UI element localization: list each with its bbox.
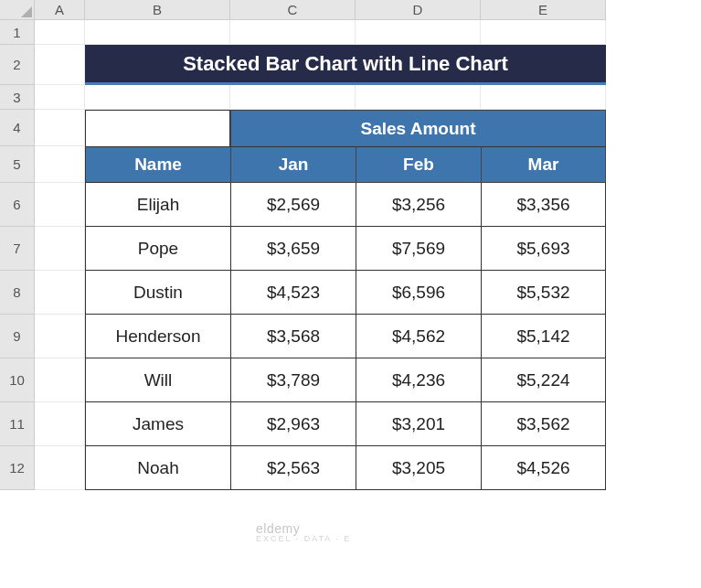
cell[interactable] <box>35 183 85 227</box>
jan-cell[interactable]: $2,563 <box>230 446 356 490</box>
row-head-11[interactable]: 11 <box>0 402 35 446</box>
cell[interactable] <box>481 20 606 45</box>
name-cell[interactable]: Pope <box>85 227 230 271</box>
feb-cell[interactable]: $3,256 <box>356 183 481 227</box>
sales-amount-header[interactable]: Sales Amount <box>230 110 606 146</box>
cell[interactable] <box>230 85 356 110</box>
cell[interactable] <box>85 20 230 45</box>
watermark-tagline: EXCEL · DATA · E <box>256 534 351 543</box>
cell[interactable] <box>230 20 356 45</box>
row-head-5[interactable]: 5 <box>0 146 35 183</box>
watermark-brand: eldemy <box>256 521 351 536</box>
name-header[interactable]: Name <box>85 146 230 183</box>
watermark: eldemy EXCEL · DATA · E <box>256 521 351 543</box>
row-head-6[interactable]: 6 <box>0 183 35 227</box>
col-head-e[interactable]: E <box>481 0 606 20</box>
name-cell[interactable]: Elijah <box>85 183 230 227</box>
feb-cell[interactable]: $3,205 <box>356 446 481 490</box>
mar-header[interactable]: Mar <box>481 146 606 183</box>
jan-cell[interactable]: $3,568 <box>230 315 356 358</box>
cell[interactable] <box>481 85 606 110</box>
feb-cell[interactable]: $7,569 <box>356 227 481 271</box>
feb-cell[interactable]: $4,562 <box>356 315 481 358</box>
row-head-12[interactable]: 12 <box>0 446 35 490</box>
cell[interactable] <box>356 20 481 45</box>
row-head-4[interactable]: 4 <box>0 110 35 146</box>
jan-cell[interactable]: $3,659 <box>230 227 356 271</box>
mar-cell[interactable]: $5,142 <box>481 315 606 358</box>
mar-cell[interactable]: $5,224 <box>481 358 606 402</box>
col-head-a[interactable]: A <box>35 0 85 20</box>
page-title[interactable]: Stacked Bar Chart with Line Chart <box>85 45 606 85</box>
jan-cell[interactable]: $2,569 <box>230 183 356 227</box>
spreadsheet: A B C D E 1 2 3 4 5 6 7 8 9 10 11 12 Sta… <box>0 0 701 490</box>
row-head-1[interactable]: 1 <box>0 20 35 45</box>
row-head-3[interactable]: 3 <box>0 85 35 110</box>
cell[interactable] <box>35 446 85 490</box>
mar-cell[interactable]: $4,526 <box>481 446 606 490</box>
feb-header[interactable]: Feb <box>356 146 481 183</box>
name-cell[interactable]: Henderson <box>85 315 230 358</box>
name-cell[interactable]: Will <box>85 358 230 402</box>
row-head-9[interactable]: 9 <box>0 315 35 358</box>
row-head-10[interactable]: 10 <box>0 358 35 402</box>
row-head-8[interactable]: 8 <box>0 271 35 315</box>
row-head-7[interactable]: 7 <box>0 227 35 271</box>
feb-cell[interactable]: $6,596 <box>356 271 481 315</box>
mar-cell[interactable]: $3,356 <box>481 183 606 227</box>
cell[interactable] <box>35 227 85 271</box>
cell[interactable] <box>35 358 85 402</box>
cell[interactable] <box>35 110 85 146</box>
cell[interactable] <box>35 85 85 110</box>
cell[interactable] <box>35 315 85 358</box>
cell[interactable] <box>35 271 85 315</box>
cell-b4-empty[interactable] <box>85 110 230 146</box>
cell[interactable] <box>35 402 85 446</box>
feb-cell[interactable]: $3,201 <box>356 402 481 446</box>
feb-cell[interactable]: $4,236 <box>356 358 481 402</box>
cell[interactable] <box>35 20 85 45</box>
jan-header[interactable]: Jan <box>230 146 356 183</box>
row-head-2[interactable]: 2 <box>0 45 35 85</box>
jan-cell[interactable]: $2,963 <box>230 402 356 446</box>
col-head-d[interactable]: D <box>356 0 481 20</box>
col-head-b[interactable]: B <box>85 0 230 20</box>
cell[interactable] <box>85 85 230 110</box>
mar-cell[interactable]: $3,562 <box>481 402 606 446</box>
mar-cell[interactable]: $5,532 <box>481 271 606 315</box>
name-cell[interactable]: Noah <box>85 446 230 490</box>
name-cell[interactable]: Dustin <box>85 271 230 315</box>
mar-cell[interactable]: $5,693 <box>481 227 606 271</box>
name-cell[interactable]: James <box>85 402 230 446</box>
col-head-c[interactable]: C <box>230 0 356 20</box>
select-all-corner[interactable] <box>0 0 35 20</box>
cell[interactable] <box>356 85 481 110</box>
cell[interactable] <box>35 146 85 183</box>
jan-cell[interactable]: $4,523 <box>230 271 356 315</box>
cell[interactable] <box>35 45 85 85</box>
jan-cell[interactable]: $3,789 <box>230 358 356 402</box>
